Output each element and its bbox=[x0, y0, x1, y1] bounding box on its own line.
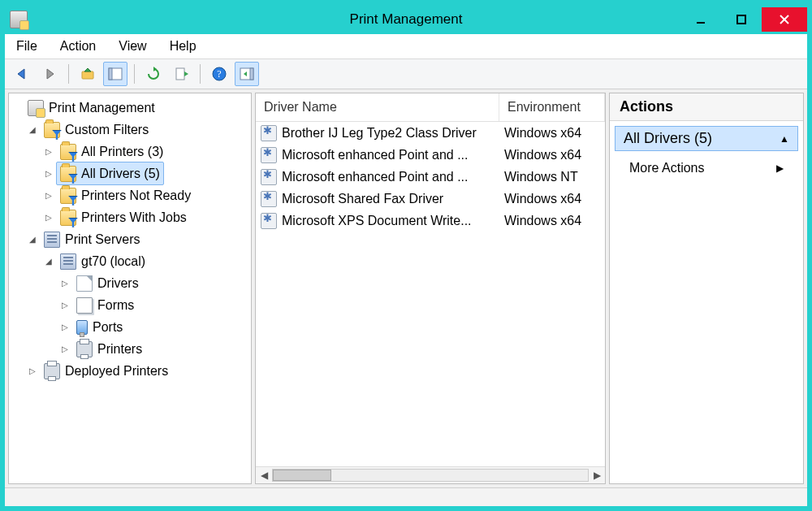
tree-deployed-printers[interactable]: ▷ Deployed Printers bbox=[11, 360, 249, 382]
submenu-icon: ▶ bbox=[776, 162, 784, 174]
list-cell-driver-name: Microsoft enhanced Point and ... bbox=[261, 147, 504, 163]
list-row[interactable]: Microsoft enhanced Point and ...Windows … bbox=[256, 166, 605, 188]
expander-icon[interactable]: ▷ bbox=[59, 322, 71, 333]
tree-ports[interactable]: ▷ Ports bbox=[11, 316, 249, 338]
expander-icon[interactable]: ▷ bbox=[59, 344, 71, 355]
expander-icon[interactable]: ▷ bbox=[59, 300, 71, 311]
tree-label: Printers bbox=[97, 338, 142, 360]
toolbar-forward-button[interactable] bbox=[37, 62, 62, 86]
expander-icon[interactable]: ▷ bbox=[43, 190, 54, 201]
toolbar-action-pane-toggle[interactable] bbox=[235, 62, 259, 86]
expander-icon[interactable]: ▷ bbox=[27, 366, 38, 377]
tree-printers-not-ready[interactable]: ▷ Printers Not Ready bbox=[11, 184, 249, 206]
tree-root-label: Print Management bbox=[49, 97, 155, 119]
tree-label: Print Servers bbox=[65, 228, 140, 250]
actions-group-title[interactable]: All Drivers (5) ▲ bbox=[615, 126, 798, 151]
scroll-track[interactable] bbox=[272, 469, 589, 482]
expander-icon[interactable]: ▷ bbox=[43, 146, 54, 158]
menu-view[interactable]: View bbox=[115, 37, 149, 55]
port-icon bbox=[76, 320, 88, 335]
expander-icon[interactable]: ◢ bbox=[27, 124, 38, 136]
client-area: ▸ Print Management ◢ Custom Filters ▷ Al… bbox=[5, 89, 807, 487]
menu-help[interactable]: Help bbox=[166, 37, 200, 55]
actions-more-actions[interactable]: More Actions ▶ bbox=[610, 156, 803, 180]
properties-pane-icon bbox=[108, 67, 123, 81]
svg-rect-1 bbox=[737, 15, 745, 24]
list-row[interactable]: Microsoft Shared Fax DriverWindows x64 bbox=[256, 188, 605, 210]
console-tree[interactable]: ▸ Print Management ◢ Custom Filters ▷ Al… bbox=[9, 93, 251, 483]
tree-custom-filters[interactable]: ◢ Custom Filters bbox=[11, 119, 249, 141]
toolbar-refresh-button[interactable] bbox=[141, 62, 166, 86]
scroll-left-icon[interactable]: ◀ bbox=[256, 467, 272, 483]
toolbar-help-button[interactable]: ? bbox=[207, 62, 231, 86]
tree-all-printers[interactable]: ▷ All Printers (3) bbox=[11, 141, 249, 162]
window-controls bbox=[680, 7, 807, 32]
toolbar-up-button[interactable] bbox=[76, 62, 100, 86]
driver-name-text: Microsoft XPS Document Write... bbox=[282, 214, 472, 228]
tree-printers[interactable]: ▷ Printers bbox=[11, 338, 249, 360]
horizontal-scrollbar[interactable]: ◀ ▶ bbox=[256, 466, 605, 483]
tree-root[interactable]: ▸ Print Management bbox=[11, 97, 249, 119]
tree-label: All Drivers (5) bbox=[81, 162, 160, 184]
list-cell-driver-name: Brother IJ Leg Type2 Class Driver bbox=[261, 125, 504, 141]
expander-icon[interactable]: ▷ bbox=[59, 278, 71, 289]
driver-icon bbox=[261, 213, 277, 229]
scroll-thumb[interactable] bbox=[273, 470, 331, 481]
filter-folder-icon bbox=[60, 188, 76, 204]
driver-icon bbox=[261, 169, 277, 185]
column-header-driver-name[interactable]: Driver Name bbox=[256, 93, 499, 121]
toolbar-separator bbox=[68, 64, 69, 84]
minimize-icon bbox=[696, 15, 706, 24]
driver-name-text: Microsoft Shared Fax Driver bbox=[282, 192, 443, 206]
list-row[interactable]: Brother IJ Leg Type2 Class DriverWindows… bbox=[256, 122, 605, 144]
minimize-button[interactable] bbox=[680, 7, 721, 32]
status-bar bbox=[5, 487, 807, 506]
toolbar-back-button[interactable] bbox=[10, 62, 34, 86]
menu-action[interactable]: Action bbox=[57, 37, 99, 55]
tree-label: Printers With Jobs bbox=[81, 206, 187, 228]
list-body[interactable]: Brother IJ Leg Type2 Class DriverWindows… bbox=[256, 122, 605, 466]
close-icon bbox=[780, 15, 789, 24]
tree-label: Deployed Printers bbox=[65, 360, 168, 382]
column-header-environment[interactable]: Environment bbox=[499, 93, 605, 121]
list-row[interactable]: Microsoft enhanced Point and ...Windows … bbox=[256, 144, 605, 166]
expander-icon[interactable]: ◢ bbox=[27, 234, 38, 245]
svg-marker-4 bbox=[18, 69, 24, 79]
list-cell-environment: Windows x64 bbox=[504, 214, 605, 228]
show-hide-pane-icon bbox=[240, 67, 254, 81]
menubar: File Action View Help bbox=[5, 34, 807, 59]
back-arrow-icon bbox=[15, 67, 29, 81]
scroll-right-icon[interactable]: ▶ bbox=[589, 467, 605, 483]
tree-server-gt70[interactable]: ◢ gt70 (local) bbox=[11, 250, 249, 272]
list-row[interactable]: Microsoft XPS Document Write...Windows x… bbox=[256, 210, 605, 232]
expander-icon[interactable]: ▷ bbox=[43, 168, 54, 180]
svg-rect-9 bbox=[109, 68, 112, 80]
tree-print-servers[interactable]: ◢ Print Servers bbox=[11, 228, 249, 250]
menu-file[interactable]: File bbox=[13, 37, 41, 55]
svg-line-3 bbox=[780, 15, 788, 24]
tree-printers-with-jobs[interactable]: ▷ Printers With Jobs bbox=[11, 206, 249, 228]
tree-label: Drivers bbox=[97, 272, 139, 294]
close-button[interactable] bbox=[762, 7, 807, 32]
tree-drivers[interactable]: ▷ Drivers bbox=[11, 272, 249, 294]
actions-item-label: More Actions bbox=[629, 161, 704, 175]
toolbar-export-button[interactable] bbox=[169, 62, 193, 86]
maximize-button[interactable] bbox=[721, 7, 762, 32]
driver-icon bbox=[261, 191, 277, 207]
expander-icon[interactable]: ▷ bbox=[43, 212, 54, 223]
svg-marker-7 bbox=[84, 68, 91, 71]
page-icon bbox=[76, 275, 93, 292]
print-management-window: Print Management File Action View Help bbox=[0, 0, 812, 511]
toolbar-properties-toggle[interactable] bbox=[103, 62, 127, 86]
titlebar: Print Management bbox=[5, 5, 807, 34]
forms-icon bbox=[76, 297, 93, 314]
tree-all-drivers[interactable]: ▷ All Drivers (5) bbox=[11, 162, 249, 184]
toolbar-separator bbox=[134, 64, 135, 84]
actions-pane-header: Actions bbox=[610, 93, 803, 121]
driver-name-text: Brother IJ Leg Type2 Class Driver bbox=[282, 126, 477, 141]
svg-marker-12 bbox=[184, 71, 188, 76]
tree-forms[interactable]: ▷ Forms bbox=[11, 294, 249, 316]
svg-rect-11 bbox=[176, 68, 184, 80]
filter-folder-icon bbox=[60, 166, 76, 182]
expander-icon[interactable]: ◢ bbox=[43, 256, 54, 267]
